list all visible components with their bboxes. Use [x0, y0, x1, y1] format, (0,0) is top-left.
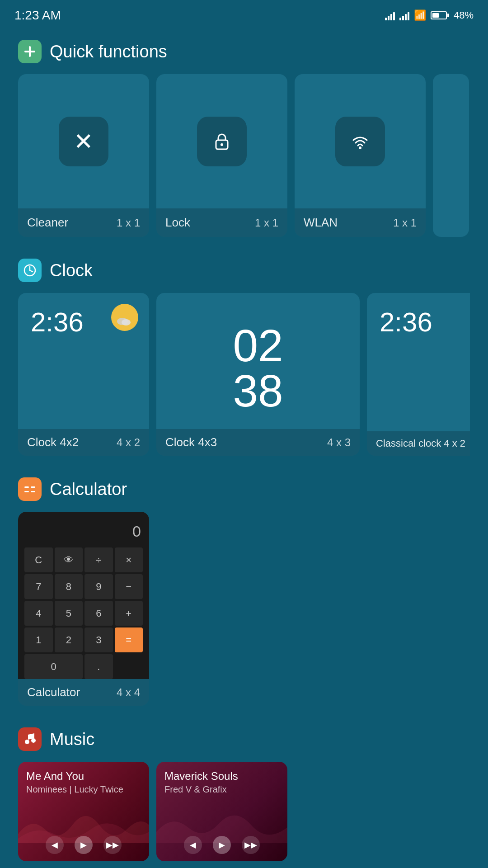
music-card-1[interactable]: Me And You Nominees | Lucky Twice ◀ ▶ ▶▶ — [18, 762, 149, 861]
calc-btn-7[interactable]: 7 — [24, 574, 53, 599]
music-card-2[interactable]: Maverick Souls Fred V & Grafix ◀ ▶ ▶▶ — [156, 762, 287, 861]
play-button-1[interactable]: ▶ — [75, 836, 93, 854]
lock-icon — [197, 117, 247, 166]
qf-size-wlan: 1 x 1 — [393, 217, 417, 229]
calc-btn-minus[interactable]: − — [115, 574, 143, 599]
wifi-icon: 📶 — [414, 9, 426, 21]
calculator-section: Calculator 0 C 👁 ÷ × 7 8 9 − 4 — [0, 465, 488, 715]
qf-card-lock[interactable]: Lock 1 x 1 — [156, 74, 287, 237]
music-artist-1: Nominees | Lucky Twice — [26, 784, 141, 795]
music-bg-2: Maverick Souls Fred V & Grafix ◀ ▶ ▶▶ — [156, 762, 287, 861]
svg-point-3 — [221, 143, 223, 146]
quick-functions-row: ✕ Cleaner 1 x 1 Lock 1 x 1 — [18, 74, 470, 237]
clock-title: Clock — [50, 261, 93, 280]
qf-footer-wlan: WLAN 1 x 1 — [295, 208, 426, 237]
play-button-2[interactable]: ▶ — [213, 836, 231, 854]
clock-header: Clock — [18, 259, 470, 282]
status-icons: 📶 48% — [385, 9, 474, 21]
calc-btn-0[interactable]: 0 — [24, 654, 83, 679]
music-info-1: Me And You Nominees | Lucky Twice — [18, 762, 149, 797]
next-button-2[interactable]: ▶▶ — [242, 836, 260, 854]
svg-rect-13 — [24, 491, 29, 492]
calculator-row: 0 C 👁 ÷ × 7 8 9 − 4 5 6 + — [18, 512, 470, 706]
calculator-section-icon — [18, 477, 42, 501]
clock-label-classical: Classical clock 4 x 2 — [376, 438, 465, 449]
qf-label-wlan: WLAN — [304, 216, 338, 230]
qf-label-cleaner: Cleaner — [27, 216, 68, 230]
clock-footer-4x2: Clock 4x2 4 x 2 — [18, 429, 149, 456]
clock-size-4x3: 4 x 3 — [327, 436, 351, 449]
qf-card-cleaner[interactable]: ✕ Cleaner 1 x 1 — [18, 74, 149, 237]
calc-btn-c[interactable]: C — [24, 547, 53, 572]
clock-section: Clock 2:36 Clock 4x2 4 x 2 — [0, 246, 488, 465]
music-section: Music Me And You Nominees | Lucky Twice … — [0, 715, 488, 868]
calc-btn-8[interactable]: 8 — [55, 574, 83, 599]
clock-section-icon — [18, 259, 42, 282]
qf-footer-lock: Lock 1 x 1 — [156, 208, 287, 237]
calc-btn-eye[interactable]: 👁 — [55, 547, 83, 572]
clock-label-4x2: Clock 4x2 — [27, 435, 79, 449]
calc-btn-equals[interactable]: = — [115, 627, 143, 652]
calc-btn-plus[interactable]: + — [115, 601, 143, 626]
calc-card[interactable]: 0 C 👁 ÷ × 7 8 9 − 4 5 6 + — [18, 512, 149, 706]
calc-btn-6[interactable]: 6 — [84, 601, 113, 626]
calc-display: 0 — [24, 518, 143, 547]
clock-time-4x2: 2:36 — [31, 307, 84, 338]
calc-btn-9[interactable]: 9 — [84, 574, 113, 599]
clock-card-4x3[interactable]: 02 38 Clock 4x3 4 x 3 — [156, 293, 360, 456]
quick-functions-icon — [18, 40, 42, 63]
clock-time-classical: 2:36 — [380, 307, 432, 338]
battery-icon — [431, 11, 449, 19]
qf-icon-area-lock — [197, 74, 247, 208]
calc-btn-divide[interactable]: ÷ — [84, 547, 113, 572]
music-controls-1: ◀ ▶ ▶▶ — [18, 836, 149, 861]
calc-btn-multiply[interactable]: × — [115, 547, 143, 572]
qf-label-lock: Lock — [165, 216, 190, 230]
music-artist-2: Fred V & Grafix — [164, 784, 279, 795]
calc-btn-4[interactable]: 4 — [24, 601, 53, 626]
svg-rect-14 — [31, 491, 35, 492]
next-button-1[interactable]: ▶▶ — [103, 836, 122, 854]
music-title-1: Me And You — [26, 770, 141, 783]
calc-size: 4 x 4 — [117, 686, 140, 699]
calc-btn-3[interactable]: 3 — [84, 627, 113, 652]
music-controls-2: ◀ ▶ ▶▶ — [156, 836, 287, 861]
calc-body: 0 C 👁 ÷ × 7 8 9 − 4 5 6 + — [18, 512, 149, 679]
calc-btn-1[interactable]: 1 — [24, 627, 53, 652]
music-section-icon — [18, 727, 42, 751]
qf-icon-area-wlan — [335, 74, 385, 208]
status-bar: 1:23 AM 📶 48% — [0, 0, 488, 27]
battery-percent: 48% — [454, 9, 474, 21]
music-title: Music — [50, 730, 94, 749]
calc-btn-2[interactable]: 2 — [55, 627, 83, 652]
clock-display-classical: 2:36 — [367, 293, 470, 431]
calc-btn-5[interactable]: 5 — [55, 601, 83, 626]
clock-card-classical[interactable]: 2:36 Classical clock 4 x 2 — [367, 293, 470, 456]
clock-card-4x2[interactable]: 2:36 Clock 4x2 4 x 2 — [18, 293, 149, 456]
music-title-2: Maverick Souls — [164, 770, 279, 783]
clock-display-4x2: 2:36 — [18, 293, 149, 429]
calculator-header: Calculator — [18, 477, 470, 501]
wlan-icon — [335, 117, 385, 166]
status-time: 1:23 AM — [14, 8, 61, 23]
qf-card-partial — [433, 74, 469, 237]
calc-footer: Calculator 4 x 4 — [18, 679, 149, 706]
calc-btn-dot[interactable]: . — [84, 654, 113, 679]
prev-button-2[interactable]: ◀ — [184, 836, 202, 854]
svg-point-16 — [31, 738, 36, 743]
clock-label-4x3: Clock 4x3 — [165, 435, 217, 449]
prev-button-1[interactable]: ◀ — [46, 836, 64, 854]
music-row: Me And You Nominees | Lucky Twice ◀ ▶ ▶▶… — [18, 762, 470, 861]
qf-card-wlan[interactable]: WLAN 1 x 1 — [295, 74, 426, 237]
clock-size-4x2: 4 x 2 — [117, 436, 140, 449]
clock-footer-classical: Classical clock 4 x 2 — [367, 431, 470, 456]
svg-point-10 — [122, 319, 131, 326]
quick-functions-section: Quick functions ✕ Cleaner 1 x 1 — [0, 27, 488, 246]
svg-rect-12 — [31, 486, 35, 488]
calc-grid: C 👁 ÷ × 7 8 9 − 4 5 6 + 1 2 — [24, 547, 143, 679]
quick-functions-title: Quick functions — [50, 42, 167, 61]
cleaner-icon: ✕ — [59, 117, 108, 166]
qf-icon-area-cleaner: ✕ — [59, 74, 108, 208]
qf-footer-cleaner: Cleaner 1 x 1 — [18, 208, 149, 237]
signal-icon-1 — [385, 10, 395, 20]
